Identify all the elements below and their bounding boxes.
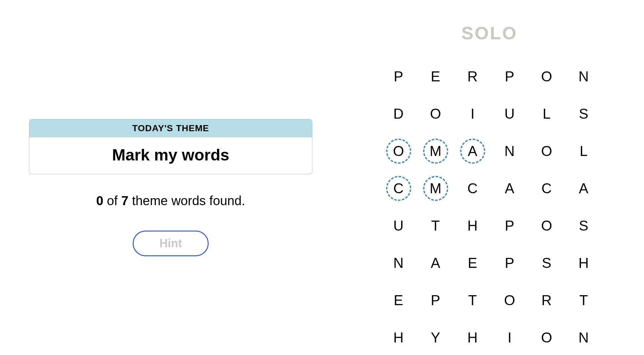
grid-cell[interactable]: P [417, 282, 454, 319]
grid-cell[interactable]: O [491, 282, 528, 319]
grid-cell[interactable]: I [454, 95, 491, 132]
grid-cell[interactable]: P [491, 244, 528, 282]
grid-cell[interactable]: O [528, 207, 565, 244]
grid-cell[interactable]: E [417, 58, 454, 95]
grid-cell[interactable]: R [454, 58, 491, 95]
grid-cell[interactable]: Y [417, 319, 454, 355]
grid-cell[interactable]: H [454, 319, 491, 355]
grid-cell[interactable]: D [380, 95, 417, 132]
grid-cell[interactable]: C [528, 170, 565, 207]
grid-cell[interactable]: E [380, 282, 417, 319]
clue-panel: TODAY'S THEME Mark my words 0 of 7 theme… [29, 119, 312, 256]
current-word-display: SOLO [380, 23, 599, 43]
grid-cell[interactable]: U [380, 207, 417, 244]
grid-cell[interactable]: M [417, 132, 454, 170]
grid-cell[interactable]: E [454, 244, 491, 282]
grid-cell[interactable]: L [565, 132, 602, 170]
grid-cell[interactable]: L [528, 95, 565, 132]
grid-cell[interactable]: A [491, 170, 528, 207]
grid-cell[interactable]: N [491, 132, 528, 170]
grid-cell[interactable]: I [491, 319, 528, 355]
grid-cell[interactable]: T [454, 282, 491, 319]
grid-cell[interactable]: A [417, 244, 454, 282]
grid-cell[interactable]: C [454, 170, 491, 207]
game-panel: SOLO PERPONDOIULSOMANOLCMCACAUTHPOSNAEPS… [380, 23, 602, 355]
selection-circle [460, 139, 485, 164]
grid-cell[interactable]: S [565, 95, 602, 132]
hint-container: Hint [29, 231, 312, 256]
grid-cell[interactable]: O [528, 58, 565, 95]
grid-cell[interactable]: N [380, 244, 417, 282]
progress-text: 0 of 7 theme words found. [29, 194, 312, 208]
grid-cell[interactable]: T [417, 207, 454, 244]
grid-cell[interactable]: O [380, 132, 417, 170]
grid-cell[interactable]: P [491, 207, 528, 244]
total-count: 7 [121, 194, 128, 208]
grid-cell[interactable]: N [565, 58, 602, 95]
grid-cell[interactable]: P [491, 58, 528, 95]
grid-cell[interactable]: A [454, 132, 491, 170]
grid-cell[interactable]: P [380, 58, 417, 95]
grid-cell[interactable]: O [528, 132, 565, 170]
theme-title: Mark my words [29, 137, 312, 174]
grid-cell[interactable]: C [380, 170, 417, 207]
grid-cell[interactable]: H [380, 319, 417, 355]
grid-cell[interactable]: H [565, 244, 602, 282]
selection-circle [423, 139, 448, 164]
selection-circle [386, 176, 411, 201]
grid-cell[interactable]: S [528, 244, 565, 282]
selection-circle [423, 176, 448, 201]
progress-suffix: theme words found. [128, 194, 245, 208]
grid-cell[interactable]: R [528, 282, 565, 319]
grid-cell[interactable]: T [565, 282, 602, 319]
grid-cell[interactable]: O [417, 95, 454, 132]
selection-circle [386, 139, 411, 164]
grid-cell[interactable]: S [565, 207, 602, 244]
letter-grid: PERPONDOIULSOMANOLCMCACAUTHPOSNAEPSHEPTO… [380, 58, 602, 355]
theme-header-label: TODAY'S THEME [29, 119, 312, 137]
grid-cell[interactable]: N [565, 319, 602, 355]
found-count: 0 [96, 194, 103, 208]
grid-cell[interactable]: O [528, 319, 565, 355]
grid-cell[interactable]: A [565, 170, 602, 207]
grid-cell[interactable]: U [491, 95, 528, 132]
hint-button[interactable]: Hint [133, 231, 209, 256]
grid-cell[interactable]: H [454, 207, 491, 244]
grid-cell[interactable]: M [417, 170, 454, 207]
of-label: of [103, 194, 121, 208]
theme-card: TODAY'S THEME Mark my words [29, 119, 312, 174]
